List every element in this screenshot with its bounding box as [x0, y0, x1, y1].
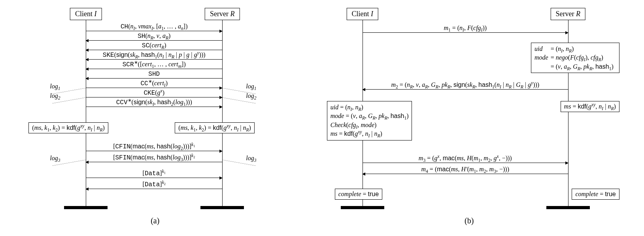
label-scr: SCR∗([cert1, … , certm]) [122, 61, 187, 68]
label-ske: SKE(sign(skR, hash1(nI | nR | p | g | gy… [102, 51, 206, 59]
note-kdf-left: (ms, k1, k2) = kdf(gxy, nI | nR) [28, 122, 108, 133]
msg-shd: SHD [86, 78, 222, 79]
log2-left: log2 [50, 92, 60, 99]
msg-data2: [Data]k2 [86, 189, 222, 189]
server-head-a: Server R [205, 8, 240, 20]
msg-m3: m3 = (gx, mac(ms, H(m1, m2, gx, −))) [363, 163, 568, 163]
label-cc: CC∗(certI) [140, 80, 168, 87]
label-data2: [Data]k2 [142, 181, 166, 188]
label-m4: m4 = (mac(ms, H′(m1, m2, m3, −))) [421, 166, 510, 173]
note-complete-client: complete = true [335, 189, 382, 200]
note-server-mode: uid= (nI, nR)mode= nego(F(cfgI), cfgR)= … [531, 43, 619, 73]
msg-ccv: CCV∗(sign(skI, hash2(log1))) [86, 107, 222, 107]
panel-b: Client I Server R m1 = (nI, F(cfgI)) uid… [311, 8, 627, 228]
client-head-a: Client I [70, 8, 102, 20]
msg-sc: SC(certR) [86, 50, 222, 50]
msg-cfin: [CFIN(mac(ms, hash(log2)))]k1 [86, 151, 222, 151]
label-cfin: [CFIN(mac(ms, hash(log2)))]k1 [112, 143, 196, 150]
log2-right: log2 [246, 92, 256, 99]
log1-right: log1 [246, 83, 256, 90]
msg-cc: CC∗(certI) [86, 88, 222, 88]
label-m2: m2 = (nR, v, aR, GR, pkR, sign(skR, hash… [390, 81, 540, 88]
label-m1: m1 = (nI, F(cfgI)) [443, 24, 487, 32]
note-kdf-right: (ms, k1, k2) = kdf(gxy, nI | nR) [175, 122, 255, 133]
server-head-b: Server R [551, 8, 585, 20]
caption-b: (b) [465, 216, 474, 225]
server-lifeline-a [222, 20, 223, 209]
msg-ske: SKE(sign(skR, hash1(nI | nR | p | g | gy… [86, 59, 222, 60]
log1-left: log1 [50, 83, 60, 90]
endbar-server-a [200, 206, 244, 209]
endbar-client-a [64, 206, 108, 209]
sequence-b: Client I Server R m1 = (nI, F(cfgI)) uid… [311, 8, 627, 213]
label-data1: [Data]k1 [142, 170, 166, 177]
msg-data1: [Data]k1 [86, 178, 222, 178]
log3-left: log3 [50, 155, 60, 162]
label-sh: SH(nR, v, aR) [137, 32, 171, 40]
caption-a: (a) [151, 216, 159, 225]
msg-sh: SH(nR, v, aR) [86, 40, 222, 41]
label-shd: SHD [147, 70, 161, 78]
sequence-a: Client I Server R CH(nI, vmaxI, [a1, … ,… [17, 8, 293, 213]
msg-sfin: [SFIN(mac(ms, hash(log3)))]k2 [86, 162, 222, 162]
msg-cke: CKE(gx) [86, 97, 222, 97]
label-sfin: [SFIN(mac(ms, hash(log3)))]k2 [112, 154, 196, 161]
msg-scr: SCR∗([cert1, … , certm]) [86, 69, 222, 69]
log3-right: log3 [246, 155, 256, 162]
client-head-b: Client I [347, 8, 379, 20]
label-sc: SC(certR) [141, 42, 167, 49]
endbar-server-b [546, 206, 590, 209]
msg-m4: m4 = (mac(ms, H′(m1, m2, m3, −))) [363, 174, 568, 174]
label-cke: CKE(gx) [143, 89, 165, 97]
endbar-client-b [341, 206, 384, 209]
label-m3: m3 = (gx, mac(ms, H(m1, m2, gx, −))) [418, 155, 513, 162]
msg-ch: CH(nI, vmaxI, [a1, … , an]) [86, 31, 222, 31]
label-ccv: CCV∗(sign(skI, hash2(log1))) [115, 99, 193, 106]
note-complete-server: complete = true [572, 189, 619, 200]
note-server-ms: ms = kdf(gxy, nI | nR) [561, 101, 619, 112]
msg-m1: m1 = (nI, F(cfgI)) [363, 32, 568, 33]
note-client-mode: uid = (nI, nR)mode = (v, aR, GR, pkR, ha… [327, 101, 412, 140]
label-ch: CH(nI, vmaxI, [a1, … , an]) [120, 23, 189, 30]
msg-m2: m2 = (nR, v, aR, GR, pkR, sign(skR, hash… [363, 89, 568, 90]
panel-a: Client I Server R CH(nI, vmaxI, [a1, … ,… [17, 8, 293, 228]
